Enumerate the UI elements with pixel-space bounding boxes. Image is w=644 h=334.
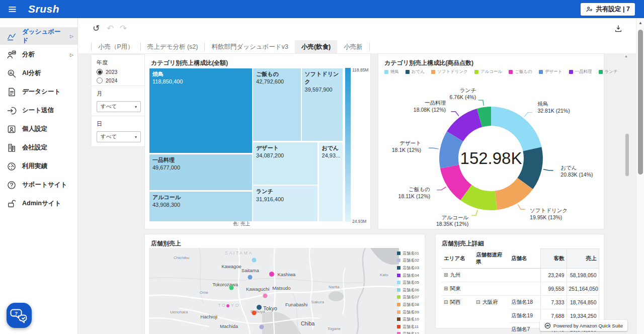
month-filter-label: 月 (97, 90, 141, 98)
donut-card: カテゴリ別売上構成比(商品点数) 焼鳥おでんソフトドリンクアルコールご飯ものデザ… (378, 53, 604, 229)
column-header-2[interactable]: 店舗都道府県 (474, 249, 509, 269)
donut-legend-item-3[interactable]: ソフトドリンク (431, 69, 468, 75)
download-button[interactable] (614, 24, 623, 33)
map-legend-item-8[interactable]: 店舗名08 (397, 301, 422, 308)
map-point-4[interactable] (229, 286, 234, 290)
map-point-1[interactable] (252, 258, 256, 263)
collapse-toggle-icon[interactable]: ⊟ (476, 299, 480, 305)
map-legend-item-1[interactable]: 店舗名01 (397, 249, 422, 257)
tab-3[interactable]: 料飲部門ダッシュボードv3 (205, 40, 294, 53)
day-select[interactable]: すべて▾ (97, 131, 141, 142)
unlock-icon (7, 199, 17, 209)
map-viewport[interactable]: SAITAMAChichibuKawagoeSaitamaKashiwaKato… (149, 248, 399, 334)
column-header-3[interactable]: 店舗名 (509, 249, 540, 269)
map-point-9[interactable] (259, 325, 264, 329)
ai-search-icon (7, 68, 17, 78)
tab-5[interactable]: 小売新 (337, 40, 369, 53)
column-header-5[interactable]: 売上 (567, 249, 599, 269)
donut-label-2: おでん20.83K (14%) (560, 165, 593, 179)
map-legend-item-9[interactable]: 店舗名09 (397, 308, 422, 316)
donut-legend-item-1[interactable]: 焼鳥 (384, 69, 399, 75)
donut-slice-1[interactable] (491, 107, 541, 151)
map-point-6[interactable] (226, 304, 229, 307)
sidebar-item-datasheet[interactable]: データシート (0, 83, 77, 101)
table-row-3[interactable]: ⊟関西⊟大阪府店舗名187,33318,764,850 (442, 295, 599, 309)
table-row-1[interactable]: ⊞九州23,24958,198,050 (442, 268, 599, 282)
map-point-5[interactable] (263, 293, 268, 298)
undo-icon[interactable]: ↶ (107, 24, 114, 33)
hamburger-menu-button[interactable] (0, 0, 24, 18)
treemap-cell-2[interactable]: ご飯もの42,792,600 (253, 68, 301, 141)
map-legend-item-10[interactable]: 店舗名10 (397, 315, 422, 323)
treemap-cell-7[interactable]: アルコール43,908,300 (149, 191, 253, 222)
sidebar-item-label: AI分析 (22, 69, 41, 77)
treemap-cell-8[interactable]: ランチ31,916,400 (253, 185, 318, 222)
map-legend-item-6[interactable]: 店舗名06 (397, 286, 422, 294)
scroll-up-icon[interactable]: ▲ (636, 21, 644, 25)
legend-label: 店舗名06 (403, 287, 419, 293)
sidebar-item-usage[interactable]: 利用実績 (0, 157, 77, 175)
share-settings-button[interactable]: 共有設定 | 7 (581, 3, 635, 16)
year-radio-2023[interactable]: 2023 (97, 69, 141, 75)
sidebar-item-sheet-send[interactable]: シート送信 (0, 102, 77, 119)
treemap-caption: 色: 売上 (145, 221, 338, 227)
year-radio-2024[interactable]: 2024 (97, 77, 141, 84)
treemap-cell-5[interactable]: おでん24,93... (318, 142, 343, 222)
column-header-1[interactable]: エリア名 (442, 249, 474, 269)
legend-label: 店舗名10 (403, 316, 419, 322)
legend-swatch (397, 317, 400, 321)
reset-icon[interactable]: ↺ (93, 24, 100, 33)
tab-2[interactable]: 売上デモ分析 (s2) (141, 40, 205, 53)
map-place-label: Tokyo (263, 305, 277, 311)
day-select-value: すべて (101, 133, 117, 140)
inner-scroll-up-icon[interactable]: ▲ (624, 54, 628, 58)
sidebar-item-personal-settings[interactable]: 個人設定 (0, 120, 77, 138)
sidebar-item-company-settings[interactable]: 会社設定 (0, 139, 77, 156)
inner-scrollbar-thumb[interactable] (625, 134, 629, 176)
page-scrollbar-thumb[interactable] (638, 30, 643, 175)
map-legend-item-12[interactable]: 店舗名12 (397, 330, 422, 334)
sidebar-item-ai-analysis[interactable]: AI分析 (0, 64, 77, 82)
collapse-toggle-icon[interactable]: ⊟ (444, 299, 448, 305)
donut-legend-item-8[interactable]: ランチ (599, 69, 618, 75)
tab-1[interactable]: 小売（P用） (92, 40, 140, 53)
map-place-label: Matsudo (272, 285, 290, 291)
map-legend-item-2[interactable]: 店舗名02 (397, 257, 422, 265)
redo-icon[interactable]: ↷ (120, 24, 127, 33)
donut-legend-item-7[interactable]: 一品料理 (569, 69, 592, 75)
map-point-8[interactable] (252, 311, 256, 315)
page-scrollbar[interactable]: ▲ (636, 18, 644, 334)
treemap-cell-1[interactable]: 焼鳥118,850,400 (149, 68, 253, 153)
sidebar-item-support-site[interactable]: サポートサイト (0, 176, 77, 194)
tab-4[interactable]: 小売(飲食) (295, 40, 337, 53)
map-legend-item-11[interactable]: 店舗名11 (397, 323, 422, 330)
donut-label-6: デザート18.1K (12%) (392, 140, 421, 153)
support-chat-button[interactable]: ? (7, 303, 32, 328)
table-cell-text: 店舗名19 (511, 312, 533, 318)
sidebar-item-dashboard[interactable]: ダッシュボード▷ (0, 27, 77, 45)
legend-label: 焼鳥 (390, 69, 399, 75)
column-header-4[interactable]: 客数 (540, 249, 567, 269)
donut-legend-item-2[interactable]: おでん (406, 69, 425, 75)
sidebar-item-admin-site[interactable]: Adminサイト (0, 195, 77, 212)
donut-legend-item-5[interactable]: ご飯もの (509, 69, 532, 75)
table-row-2[interactable]: ⊞関東99,558251,164,050 (442, 282, 599, 295)
map-legend-item-7[interactable]: 店舗名07 (397, 294, 422, 301)
treemap-cell-4[interactable]: デザート34,087,200 (253, 142, 318, 185)
expand-toggle-icon[interactable]: ⊞ (444, 272, 448, 278)
map-legend-item-3[interactable]: 店舗名03 (397, 264, 422, 272)
treemap-cell-3[interactable]: ソフトドリンク39,597,900 (301, 68, 343, 141)
expand-toggle-icon[interactable]: ⊞ (444, 286, 448, 291)
map-point-7[interactable] (257, 305, 262, 310)
month-select[interactable]: すべて▾ (97, 101, 141, 112)
treemap-cell-6[interactable]: 一品料理49,677,000 (149, 154, 253, 191)
map-legend-item-4[interactable]: 店舗名04 (397, 272, 422, 279)
donut-label-value: 6.76K (4%) (450, 94, 476, 101)
map-point-3[interactable] (269, 272, 274, 277)
map-point-2[interactable] (248, 275, 253, 280)
map-legend-item-5[interactable]: 店舗名05 (397, 279, 422, 286)
treemap-cell-value: 34,087,200 (256, 152, 284, 158)
donut-legend-item-4[interactable]: アルコール (474, 69, 502, 75)
sidebar-item-analysis[interactable]: 分析▷ (0, 46, 77, 63)
donut-legend-item-6[interactable]: デザート (539, 69, 562, 75)
